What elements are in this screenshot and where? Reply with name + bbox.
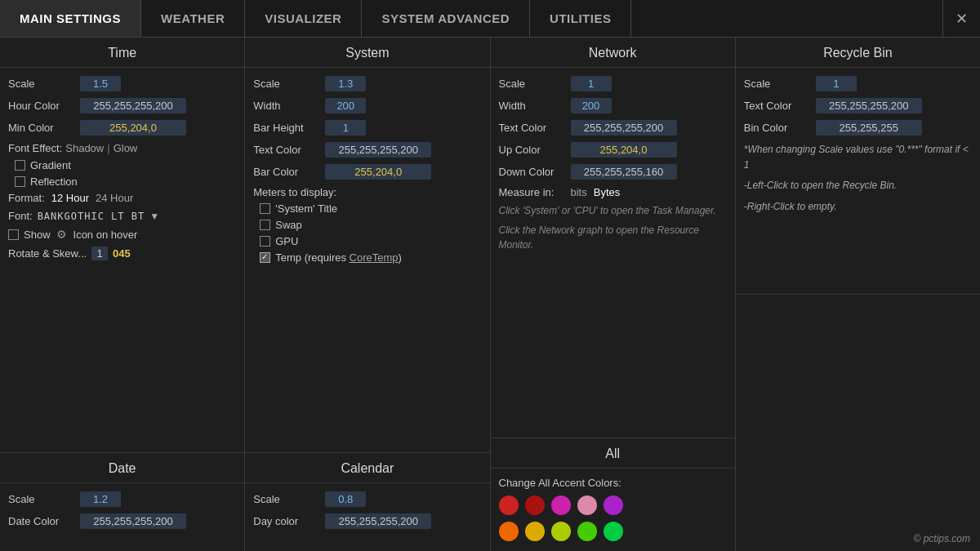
network-upcolor-value[interactable]: 255,204,0 [571,142,677,158]
network-body: Scale 1 Width 200 Text Color 255,255,255… [491,73,735,438]
system-scale-value[interactable]: 1.3 [325,76,366,91]
network-width-value[interactable]: 200 [571,98,612,113]
accent-circle-lightpink[interactable] [577,495,597,515]
system-textcolor-label: Text Color [253,144,318,156]
system-width-value[interactable]: 200 [325,98,366,113]
recycle-bincolor-value[interactable]: 255,255,255 [816,120,922,136]
network-scale-value[interactable]: 1 [571,76,612,91]
recycle-scale-label: Scale [744,78,809,90]
coretemp-link[interactable]: CoreTemp [350,251,399,264]
close-button[interactable]: ✕ [942,0,980,37]
top-nav: MAIN SETTINGS WEATHER VISUALIZER SYSTEM … [0,0,980,38]
hour-color-value[interactable]: 255,255,255,200 [80,98,186,113]
measure-bytes[interactable]: Bytes [594,186,621,198]
show-icon-checkbox[interactable] [8,229,19,240]
recycle-textcolor-value[interactable]: 255,255,255,200 [816,98,922,113]
system-barcolor-value[interactable]: 255,204,0 [325,164,431,180]
recycle-top: Recycle Bin Scale 1 Text Color 255,255,2… [736,38,980,295]
meter-swap-checkbox[interactable] [260,220,270,230]
calendar-daycolor-row: Day color 255,255,255,200 [253,513,481,529]
network-info2: Click the Network graph to open the Reso… [499,223,727,252]
font-effect-label: Font Effect: [8,142,62,154]
date-color-label: Date Color [8,515,74,527]
format-12-option[interactable]: 12 Hour [51,192,89,204]
accent-circle-lime[interactable] [551,522,571,541]
date-body: Scale 1.2 Date Color 255,255,255,200 [0,488,244,551]
system-body: Scale 1.3 Width 200 Bar Height 1 Text Co… [245,73,489,452]
reflection-checkbox[interactable] [15,176,25,187]
measure-bits[interactable]: bits [571,186,587,198]
measure-row: Measure in: bits Bytes [499,186,727,198]
meter-gpu-label: GPU [275,235,298,247]
recycle-section: Recycle Bin Scale 1 Text Color 255,255,2… [736,38,980,551]
system-barcolor-label: Bar Color [253,166,318,178]
accent-circle-teal[interactable] [604,522,623,541]
accent-circle-pink[interactable] [551,495,571,515]
meter-system-checkbox[interactable] [260,203,270,214]
font-shadow-option[interactable]: Shadow [65,142,104,154]
accent-circle-red2[interactable] [525,495,545,515]
time-section: Time Scale 1.5 Hour Color 255,255,255,20… [0,38,245,551]
gradient-label: Gradient [30,159,71,171]
tab-system-advanced[interactable]: SYSTEM ADVANCED [362,0,530,37]
time-scale-row: Scale 1.5 [8,76,236,91]
time-title: Time [0,38,244,68]
system-barheight-row: Bar Height 1 [253,120,481,136]
time-scale-value[interactable]: 1.5 [80,76,121,91]
accent-circle-orange[interactable] [499,522,519,541]
network-downcolor-value[interactable]: 255,255,255,160 [571,164,677,180]
show-icon-row: Show ⚙ Icon on hover [8,228,236,241]
date-scale-row: Scale 1.2 [8,491,236,507]
network-downcolor-label: Down Color [499,166,564,178]
recycle-note2: -Left-Click to open the Recycle Bin. [744,178,972,193]
font-label: Font: [8,210,33,222]
network-textcolor-label: Text Color [499,122,564,134]
format-24-option[interactable]: 24 Hour [96,192,133,204]
tab-visualizer[interactable]: VISUALIZER [245,0,362,37]
system-section: System Scale 1.3 Width 200 Bar Height 1 … [245,38,490,551]
network-textcolor-row: Text Color 255,255,255,200 [499,120,727,136]
rotate-label: Rotate & Skew... [8,247,87,260]
network-textcolor-value[interactable]: 255,255,255,200 [571,120,677,136]
font-row: Font: BankGothic Lt BT ▼ [8,210,236,222]
meter-swap-row: Swap [253,219,481,231]
system-top: System Scale 1.3 Width 200 Bar Height 1 … [245,38,489,453]
recycle-scale-value[interactable]: 1 [816,76,857,91]
min-color-row: Min Color 255,204,0 [8,120,236,136]
rotate-value[interactable]: 1 [91,247,108,260]
network-info1: Click 'System' or 'CPU' to open the Task… [499,203,727,218]
show-label: Show [24,229,51,241]
meter-temp-checkbox[interactable] [260,252,270,263]
accent-circle-red1[interactable] [499,495,519,515]
font-dropdown-arrow[interactable]: ▼ [149,211,159,222]
network-section: Network Scale 1 Width 200 Text Color 255… [491,38,736,551]
font-glow-option[interactable]: Glow [114,142,138,154]
system-barheight-value[interactable]: 1 [325,120,366,136]
accent-colors-label: Change All Accent Colors: [499,477,727,489]
date-scale-value[interactable]: 1.2 [80,491,121,507]
system-textcolor-row: Text Color 255,255,255,200 [253,142,481,158]
date-title: Date [0,453,244,483]
network-width-label: Width [499,100,564,112]
system-textcolor-value[interactable]: 255,255,255,200 [325,142,431,158]
font-separator: | [107,142,109,154]
meter-system-label: 'System' Title [275,202,337,215]
calendar-scale-value[interactable]: 0.8 [325,491,366,507]
accent-circle-green[interactable] [577,522,597,541]
tab-utilities[interactable]: UTILITIES [530,0,631,37]
calendar-daycolor-value[interactable]: 255,255,255,200 [325,513,431,529]
meter-gpu-row: GPU [253,235,481,247]
calendar-section: Calendar Scale 0.8 Day color 255,255,255… [245,453,489,551]
accent-circles-row1 [499,495,727,515]
min-color-value[interactable]: 255,204,0 [80,120,186,136]
accent-circle-purple[interactable] [604,495,623,515]
hour-color-label: Hour Color [8,100,74,112]
accent-circle-yellow[interactable] [525,522,545,541]
date-color-value[interactable]: 255,255,255,200 [80,513,186,529]
date-scale-label: Scale [8,493,74,505]
meter-gpu-checkbox[interactable] [260,236,270,247]
tab-main-settings[interactable]: MAIN SETTINGS [0,0,141,37]
meter-temp-row: Temp (requires CoreTemp) [253,251,481,264]
tab-weather[interactable]: WEATHER [141,0,245,37]
gradient-checkbox[interactable] [15,160,25,171]
